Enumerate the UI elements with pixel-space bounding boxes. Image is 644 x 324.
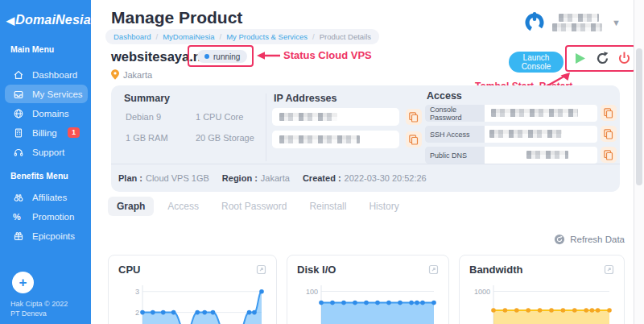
svg-text:2: 2 bbox=[135, 309, 139, 317]
copy-icon bbox=[409, 135, 419, 145]
location-pin-icon bbox=[111, 69, 119, 80]
sidebar-item-domains[interactable]: Domains bbox=[5, 104, 88, 123]
cpu-chart-title: CPU bbox=[118, 264, 140, 276]
access-row-ssh: SSH Access bbox=[425, 126, 597, 143]
summary-storage: 20 GB Storage bbox=[196, 133, 254, 143]
bandwidth-chart-title: Bandwidth bbox=[469, 264, 522, 276]
tab-access[interactable]: Access bbox=[159, 197, 208, 216]
disk-io-chart: 10050 bbox=[297, 280, 439, 324]
panel-divider bbox=[266, 93, 266, 161]
launch-console-button[interactable]: Launch Console bbox=[509, 52, 564, 73]
copy-console-password-button[interactable] bbox=[601, 105, 617, 121]
sidebar-item-support[interactable]: Support bbox=[5, 143, 88, 161]
copy-icon bbox=[604, 150, 613, 160]
access-title: Access bbox=[427, 90, 462, 102]
refresh-data-button[interactable]: Refresh Data bbox=[554, 234, 625, 245]
console-password-redacted bbox=[485, 105, 597, 122]
status-dot-icon bbox=[204, 54, 209, 59]
sidebar-item-billing[interactable]: Billing 1 bbox=[5, 123, 88, 142]
domainesia-logo[interactable]: ◀DomaiNesia bbox=[6, 13, 91, 27]
copyright: Hak Cipta © 2022 PT Deneva bbox=[10, 299, 68, 318]
play-icon bbox=[576, 53, 585, 64]
plus-icon: + bbox=[19, 275, 27, 291]
disk-io-chart-card: Disk I/O 10050 bbox=[287, 255, 449, 324]
access-row-console-password: Console Password bbox=[425, 105, 597, 122]
summary-cpu: 1 CPU Core bbox=[196, 112, 243, 122]
annotation-status-note: Status Cloud VPS bbox=[283, 49, 372, 61]
copy-ip-1-button[interactable] bbox=[406, 109, 422, 125]
services-icon bbox=[13, 89, 24, 100]
copy-icon bbox=[409, 112, 419, 123]
tab-reinstall[interactable]: Reinstall bbox=[300, 197, 355, 216]
svg-text:100: 100 bbox=[306, 288, 318, 296]
globe-icon bbox=[13, 108, 24, 119]
breadcrumb-mydomainesia[interactable]: MyDomaiNesia bbox=[163, 32, 214, 41]
ip-addresses-title: IP Addresses bbox=[274, 93, 337, 104]
breadcrumb-dashboard[interactable]: Dashboard bbox=[114, 32, 151, 41]
sidebar-item-promotion[interactable]: % Promotion bbox=[5, 207, 88, 226]
copy-ip-2-button[interactable] bbox=[406, 131, 422, 147]
billing-icon bbox=[13, 127, 24, 139]
chevron-down-icon[interactable]: ▼ bbox=[612, 18, 621, 27]
created-value: 2022-03-30 20:52:26 bbox=[345, 173, 427, 183]
restart-button[interactable] bbox=[595, 51, 610, 66]
access-row-public-dns: Public DNS bbox=[425, 147, 597, 164]
summary-os: Debian 9 bbox=[126, 112, 161, 122]
sidebar-item-dashboard[interactable]: Dashboard bbox=[5, 65, 88, 84]
expand-icon[interactable] bbox=[604, 264, 614, 275]
region-value: Jakarta bbox=[261, 173, 290, 183]
svg-text:3: 3 bbox=[135, 288, 139, 296]
start-button[interactable] bbox=[572, 51, 588, 66]
user-name-redacted bbox=[552, 14, 602, 31]
tab-history[interactable]: History bbox=[360, 197, 407, 216]
copy-icon bbox=[604, 108, 613, 118]
sidebar-item-epicpoints[interactable]: Epicpoints bbox=[5, 226, 88, 245]
scrollbar-thumb[interactable] bbox=[636, 48, 642, 185]
main-menu-label: Main Menu bbox=[10, 44, 54, 54]
sidebar-item-affiliates[interactable]: Affiliates bbox=[5, 188, 88, 206]
tab-graph[interactable]: Graph bbox=[108, 197, 154, 216]
user-avatar-logo[interactable] bbox=[522, 10, 547, 34]
ip-address-1-redacted bbox=[272, 108, 399, 126]
copy-ssh-button[interactable] bbox=[601, 126, 617, 142]
tab-root-password[interactable]: Root Password bbox=[213, 197, 295, 216]
detail-tabs: Graph Access Root Password Reinstall His… bbox=[108, 197, 408, 216]
home-icon bbox=[13, 69, 24, 81]
expand-icon[interactable] bbox=[428, 264, 439, 275]
copy-public-dns-button[interactable] bbox=[601, 147, 617, 163]
bandwidth-chart-card: Bandwidth 1000500 bbox=[459, 255, 625, 324]
page-title: Manage Product bbox=[111, 8, 242, 27]
benefits-menu-label: Benefits Menu bbox=[10, 171, 68, 181]
expand-icon[interactable] bbox=[256, 264, 266, 275]
ssh-access-redacted bbox=[485, 126, 597, 143]
breadcrumb-products-services[interactable]: My Products & Services bbox=[226, 32, 308, 41]
plan-value: Cloud VPS 1GB bbox=[146, 173, 209, 183]
public-dns-redacted bbox=[485, 147, 597, 164]
cpu-chart: 321 bbox=[118, 280, 266, 324]
plan-meta-row: Plan :Cloud VPS 1GB Region :Jakarta Crea… bbox=[111, 164, 620, 192]
summary-ram: 1 GB RAM bbox=[126, 133, 168, 143]
product-info-panel: Summary Debian 9 1 CPU Core 1 GB RAM 20 … bbox=[111, 85, 620, 192]
disk-io-chart-title: Disk I/O bbox=[297, 264, 336, 276]
billing-badge: 1 bbox=[68, 127, 80, 138]
charts-row: CPU 321 Disk I/O 10050 Bandwidth 1000500 bbox=[108, 255, 625, 324]
ip-address-2-redacted bbox=[272, 131, 399, 148]
product-location: Jakarta bbox=[111, 69, 152, 80]
copy-icon bbox=[604, 129, 613, 139]
headset-icon bbox=[13, 147, 24, 158]
refresh-circle-icon bbox=[554, 234, 565, 245]
bandwidth-chart: 1000500 bbox=[469, 280, 614, 324]
percent-icon: % bbox=[13, 212, 24, 222]
status-badge: running bbox=[197, 50, 247, 63]
svg-text:1000: 1000 bbox=[474, 288, 490, 296]
page-scrollbar bbox=[634, 0, 644, 324]
summary-title: Summary bbox=[124, 93, 170, 104]
binoculars-icon bbox=[13, 192, 24, 203]
annotation-arrow-left-icon bbox=[256, 50, 282, 61]
breadcrumb: Dashboard / MyDomaiNesia / My Products &… bbox=[105, 29, 379, 44]
power-off-button[interactable] bbox=[617, 51, 632, 66]
sidebar-item-my-services[interactable]: My Services bbox=[5, 85, 88, 103]
sidebar-add-button[interactable]: + bbox=[12, 272, 34, 293]
logo-triangle-icon: ◀ bbox=[6, 15, 14, 27]
breadcrumb-product-details: Product Details bbox=[320, 32, 371, 41]
